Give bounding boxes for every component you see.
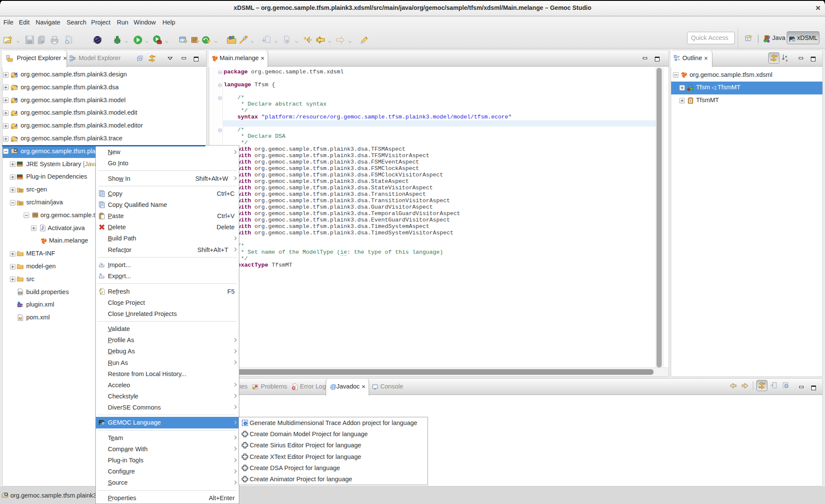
svg-text:z: z: [786, 58, 788, 62]
svg-text:J: J: [768, 35, 770, 39]
